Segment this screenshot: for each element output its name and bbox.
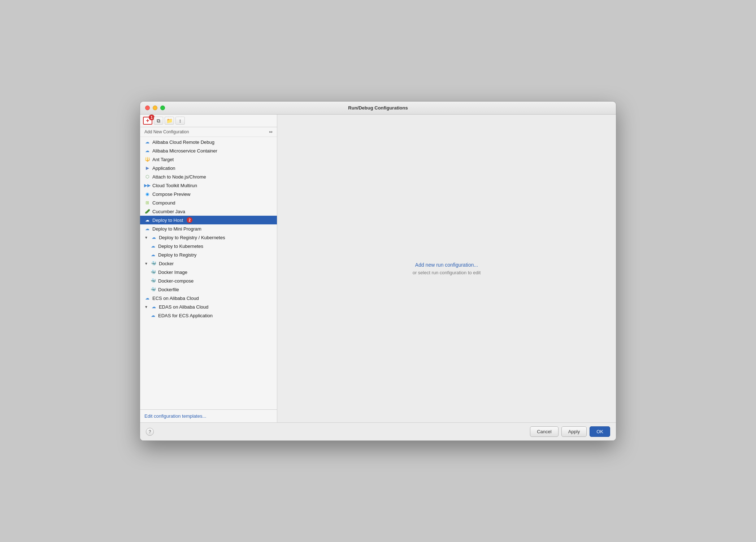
close-button[interactable] — [145, 106, 150, 110]
chevron-down-icon: ▼ — [144, 262, 148, 266]
cloud-icon: ☁ — [144, 148, 150, 154]
item-label: EDAS on Alibaba Cloud — [159, 304, 208, 310]
collapse-icon: ⇔ — [269, 129, 273, 134]
item-label: Deploy to Host — [152, 218, 183, 223]
deploy-host-icon: ☁ — [144, 217, 150, 223]
bottom-actions: Cancel Apply OK — [530, 426, 610, 437]
list-item-docker-group[interactable]: ▼ 🐳 Docker — [140, 259, 277, 268]
empty-state-subtitle: or select run configuration to edit — [413, 270, 481, 275]
list-item[interactable]: 🐳 Dockerfile — [140, 285, 277, 294]
edit-templates-link[interactable]: Edit configuration templates... — [144, 413, 206, 419]
compound-icon: ⊞ — [144, 200, 150, 206]
list-item[interactable]: ☁ ECS on Alibaba Cloud — [140, 294, 277, 302]
sidebar-toolbar: + 1 ⧉ 📁 ↕ — [140, 115, 277, 127]
content-area: + 1 ⧉ 📁 ↕ Add New Configuration ⇔ — [140, 115, 616, 422]
ant-icon: 🔱 — [144, 156, 150, 162]
add-config-header: Add New Configuration ⇔ — [140, 127, 277, 137]
item-label: Alibaba Cloud Remote Debug — [152, 139, 214, 145]
list-item[interactable]: ☁ Deploy to Mini Program — [140, 224, 277, 233]
list-item[interactable]: ⬡ Attach to Node.js/Chrome — [140, 172, 277, 181]
node-icon: ⬡ — [144, 174, 150, 180]
sidebar: + 1 ⧉ 📁 ↕ Add New Configuration ⇔ — [140, 115, 277, 422]
app-icon: ▶ — [144, 165, 150, 171]
maximize-button[interactable] — [160, 106, 165, 110]
item-label: Compound — [152, 200, 175, 206]
window-title: Run/Debug Configurations — [348, 105, 408, 111]
item-label: Ant Target — [152, 157, 174, 162]
item-label: Docker Image — [158, 270, 187, 275]
list-item-deploy-host[interactable]: ☁ Deploy to Host 2 — [140, 216, 277, 224]
list-item[interactable]: ◉ Compose Preview — [140, 190, 277, 198]
cloud-icon: ☁ — [144, 139, 150, 145]
deploy-registry-group-icon: ☁ — [151, 235, 157, 240]
copy-config-button[interactable]: ⧉ — [154, 117, 163, 125]
deploy-registry-icon: ☁ — [150, 252, 156, 258]
list-item[interactable]: ▶ Application — [140, 164, 277, 172]
list-item[interactable]: ☁ Alibaba Microservice Container — [140, 146, 277, 155]
ecs-icon: ☁ — [144, 295, 150, 301]
list-item[interactable]: 🔱 Ant Target — [140, 155, 277, 164]
item-label: Deploy to Mini Program — [152, 226, 201, 232]
item-label: Alibaba Microservice Container — [152, 148, 217, 154]
traffic-lights — [145, 106, 165, 110]
item-label: Application — [152, 165, 175, 171]
item-label: Docker-compose — [158, 278, 194, 284]
folder-config-button[interactable]: 📁 — [165, 117, 174, 125]
item-label: Cucumber Java — [152, 209, 185, 214]
sidebar-footer: Edit configuration templates... — [140, 409, 277, 422]
item-label: Deploy to Registry — [158, 252, 196, 258]
item-label: Docker — [159, 261, 174, 266]
empty-state-title[interactable]: Add new run configuration... — [413, 262, 481, 268]
minimize-button[interactable] — [153, 106, 157, 110]
deploy-k8s-icon: ☁ — [150, 243, 156, 249]
list-item[interactable]: 🐳 Docker Image — [140, 268, 277, 276]
dockerfile-icon: 🐳 — [150, 287, 156, 292]
cucumber-icon: 🥒 — [144, 208, 150, 214]
bottom-bar: ? Cancel Apply OK — [140, 422, 616, 440]
list-item-edas-group[interactable]: ▼ ☁ EDAS on Alibaba Cloud — [140, 302, 277, 311]
add-config-button[interactable]: + 1 — [143, 117, 152, 125]
item-label: Attach to Node.js/Chrome — [152, 174, 206, 180]
item-label: Deploy to Registry / Kubernetes — [159, 235, 225, 240]
title-bar: Run/Debug Configurations — [140, 102, 616, 115]
compose-icon: ◉ — [144, 191, 150, 197]
empty-state: Add new run configuration... or select r… — [413, 262, 481, 275]
main-window: Run/Debug Configurations + 1 ⧉ 📁 ↕ — [140, 101, 616, 441]
edas-icon: ☁ — [151, 304, 157, 310]
docker-icon: 🐳 — [151, 261, 157, 266]
list-item[interactable]: ☁ EDAS for ECS Application — [140, 311, 277, 320]
list-item[interactable]: ☁ Deploy to Kubernetes — [140, 242, 277, 250]
docker-image-icon: 🐳 — [150, 269, 156, 275]
chevron-down-icon: ▼ — [144, 305, 148, 309]
list-item-group[interactable]: ▼ ☁ Deploy to Registry / Kubernetes — [140, 233, 277, 242]
deploy-mini-icon: ☁ — [144, 226, 150, 232]
list-item[interactable]: 🥒 Cucumber Java — [140, 207, 277, 216]
cancel-button[interactable]: Cancel — [530, 426, 558, 437]
cloud-toolkit-icon: ▶▶ — [144, 182, 150, 188]
sort-config-button[interactable]: ↕ — [175, 117, 185, 125]
copy-icon: ⧉ — [157, 118, 160, 124]
list-item[interactable]: 🐳 Docker-compose — [140, 276, 277, 285]
edas-ecs-icon: ☁ — [150, 313, 156, 318]
item-label: ECS on Alibaba Cloud — [152, 296, 199, 301]
item-label: Compose Preview — [152, 192, 191, 197]
chevron-down-icon: ▼ — [144, 236, 148, 240]
ok-button[interactable]: OK — [590, 426, 610, 437]
list-item[interactable]: ☁ Alibaba Cloud Remote Debug — [140, 138, 277, 146]
list-item[interactable]: ⊞ Compound — [140, 198, 277, 207]
item-label: Cloud Toolkit Multirun — [152, 183, 197, 188]
main-content: Add new run configuration... or select r… — [277, 115, 616, 422]
item-label: EDAS for ECS Application — [158, 313, 213, 318]
sort-icon: ↕ — [179, 118, 182, 124]
config-list[interactable]: ☁ Alibaba Cloud Remote Debug ☁ Alibaba M… — [140, 137, 277, 409]
item-label: Dockerfile — [158, 287, 179, 292]
help-button[interactable]: ? — [146, 428, 154, 436]
apply-button[interactable]: Apply — [561, 426, 587, 437]
item-label: Deploy to Kubernetes — [158, 244, 203, 249]
folder-icon: 📁 — [166, 118, 173, 124]
badge-2: 2 — [187, 217, 192, 223]
list-item[interactable]: ▶▶ Cloud Toolkit Multirun — [140, 181, 277, 190]
list-item[interactable]: ☁ Deploy to Registry — [140, 250, 277, 259]
docker-compose-icon: 🐳 — [150, 278, 156, 284]
